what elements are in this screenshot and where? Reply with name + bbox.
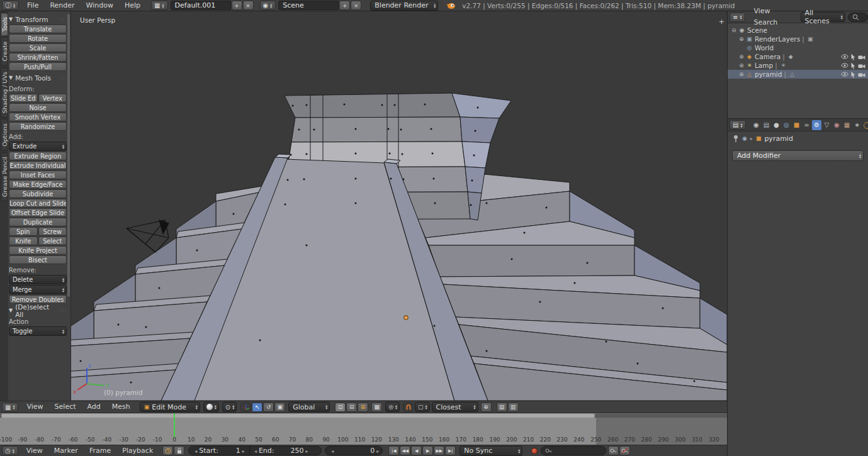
proportional-edit-dropdown[interactable]: ◎ (385, 402, 400, 412)
selected-face-dot[interactable] (404, 316, 408, 320)
current-frame-playhead[interactable] (174, 413, 175, 438)
manipulator-axes-icon[interactable] (240, 403, 251, 412)
rotate-button[interactable]: Rotate (9, 34, 67, 43)
shading-dropdown[interactable] (203, 402, 219, 412)
delete-menu[interactable]: Delete (9, 275, 67, 284)
properties-tab-physics[interactable]: ◯ (862, 120, 868, 130)
properties-tab-texture[interactable]: ▦ (842, 120, 852, 130)
frame-increment-icon[interactable] (375, 447, 381, 455)
end-increment-icon[interactable] (304, 447, 310, 455)
duplicate-button[interactable]: Duplicate (9, 218, 67, 226)
selectability-cursor-icon[interactable] (850, 62, 856, 69)
region-expand-icon[interactable]: + (719, 18, 724, 26)
renderability-camera-icon[interactable] (858, 54, 865, 60)
properties-tab-modifiers[interactable]: ⚙ (812, 120, 821, 130)
snap-magnet-icon[interactable] (403, 403, 414, 412)
properties-tab-object[interactable]: ■ (792, 120, 801, 130)
editor-type-3dview-button[interactable]: ▦ (2, 403, 18, 412)
menu-mesh[interactable]: Mesh (106, 401, 136, 413)
menu-playback[interactable]: Playback (116, 445, 159, 456)
frame-decrement-icon[interactable] (329, 447, 335, 455)
outliner-item-label[interactable]: RenderLayers (755, 35, 800, 43)
editor-type-properties-button[interactable]: ▤ (730, 120, 746, 130)
play-reverse-button[interactable]: ◀ (411, 446, 422, 455)
menu-render[interactable]: Render (44, 0, 80, 11)
manipulator-rotate-button[interactable]: ↺ (263, 403, 274, 412)
add-layout-button[interactable]: + (232, 1, 242, 10)
properties-tab-particles[interactable]: ∗ (852, 120, 862, 130)
timeline-scrollbar-thumb[interactable] (1, 414, 595, 418)
push-pull-button[interactable]: Push/Pull (9, 62, 67, 71)
end-decrement-icon[interactable] (252, 447, 259, 455)
outliner-scope-dropdown[interactable]: All Scenes (801, 12, 845, 22)
expand-plus-icon[interactable]: ⊕ (738, 36, 745, 42)
extrude-region-button[interactable]: Extrude Region (9, 152, 67, 160)
knife-button[interactable]: Knife (9, 236, 38, 245)
outliner-item-label[interactable]: Scene (747, 26, 767, 34)
outliner-row-world[interactable]: ◎World (728, 43, 868, 52)
panel-header-transform[interactable]: ▼Transform:::: (9, 14, 67, 25)
smooth-vertex-button[interactable]: Smooth Vertex (9, 113, 67, 121)
vertex-select-mode-button[interactable]: ⊡ (335, 403, 346, 412)
shelf-tab-tools[interactable]: Tools (1, 13, 8, 36)
keying-set-field[interactable] (541, 446, 606, 455)
start-decrement-icon[interactable] (193, 447, 199, 455)
make-edge-face-button[interactable]: Make Edge/Face (9, 180, 67, 189)
pivot-dropdown[interactable]: ⊙ (222, 402, 237, 412)
outliner-search-field[interactable] (848, 13, 868, 22)
properties-tab-material[interactable]: ◉ (832, 120, 842, 130)
snap-peel-button[interactable]: ⊕ (481, 403, 492, 412)
jump-to-start-button[interactable]: |◀ (388, 446, 399, 455)
menu-view[interactable]: View (21, 401, 48, 413)
end-frame-value[interactable]: 250 (291, 447, 304, 455)
delete-layout-button[interactable]: × (243, 1, 254, 10)
opengl-render-still-button[interactable]: ▤ (497, 403, 507, 412)
properties-tab-world[interactable]: ◎ (782, 120, 791, 130)
expand-plus-icon[interactable]: ⊕ (738, 71, 745, 77)
translate-button[interactable]: Translate (9, 25, 67, 33)
playback-range-clock-icon[interactable] (162, 446, 173, 455)
start-frame-value[interactable]: 1 (236, 447, 240, 455)
menu-view[interactable]: View (748, 6, 775, 17)
current-frame-field[interactable]: 0 (325, 446, 383, 455)
menu-help[interactable]: Help (119, 0, 146, 11)
add-scene-button[interactable]: + (339, 1, 350, 10)
outliner-row-lamp[interactable]: ⊕☀Lamp|☀ (728, 61, 868, 70)
edge-select-mode-button[interactable]: ⊟ (346, 403, 357, 412)
toggle-menu[interactable]: Toggle (9, 326, 67, 336)
panel-header-mesh-tools[interactable]: ▼Mesh Tools:::: (9, 72, 67, 83)
expand-plus-icon[interactable]: ⊕ (738, 62, 745, 69)
properties-tab-render[interactable]: ◉ (752, 120, 761, 130)
viewport-canvas[interactable]: z Y x User Persp (0) pyramid + (71, 11, 727, 401)
face-select-mode-button[interactable]: ⊞ (358, 403, 368, 412)
snap-target-dropdown[interactable]: Closest (432, 402, 478, 412)
expand-plus-icon[interactable]: ⊕ (738, 53, 745, 60)
editor-type-info-button[interactable]: ⓘ (2, 1, 19, 10)
subdivide-button[interactable]: Subdivide (9, 189, 67, 198)
properties-tab-constraints[interactable]: ∞ (802, 120, 811, 130)
outliner-item-label[interactable]: Lamp (755, 62, 773, 69)
menu-window[interactable]: Window (81, 0, 119, 11)
sync-mode-dropdown[interactable]: No Sync (459, 446, 522, 456)
tool-shelf-scrollbar[interactable] (67, 14, 70, 297)
inset-faces-button[interactable]: Inset Faces (9, 170, 67, 179)
shrink-fatten-button[interactable]: Shrink/Fatten (9, 53, 67, 62)
vertex-button[interactable]: Vertex (38, 94, 67, 103)
pyramid-mesh[interactable] (71, 93, 727, 401)
menu-view[interactable]: View (21, 445, 48, 456)
visibility-eye-icon[interactable] (841, 71, 848, 77)
panel-header-de-select-all[interactable]: ▼(De)select All:::: (9, 305, 67, 316)
properties-tab-render-layers[interactable]: ▤ (762, 120, 771, 130)
merge-menu[interactable]: Merge (9, 285, 67, 294)
editor-type-timeline-button[interactable]: ◷ (2, 446, 18, 455)
screen-layout-name[interactable]: Default.001 (171, 1, 231, 10)
menu-file[interactable]: File (21, 0, 44, 11)
render-engine-dropdown[interactable]: Blender Render (370, 1, 438, 11)
selectability-cursor-icon[interactable] (850, 71, 856, 78)
jump-to-prev-keyframe-button[interactable]: ◀◀ (400, 446, 410, 455)
orientation-dropdown[interactable]: Global (288, 402, 330, 412)
outliner-item-label[interactable]: World (755, 44, 774, 52)
outliner-row-renderlayers[interactable]: ⊕▣RenderLayers|▣ (728, 35, 868, 43)
pin-icon[interactable] (733, 135, 739, 142)
knife-project-button[interactable]: Knife Project (9, 246, 67, 255)
